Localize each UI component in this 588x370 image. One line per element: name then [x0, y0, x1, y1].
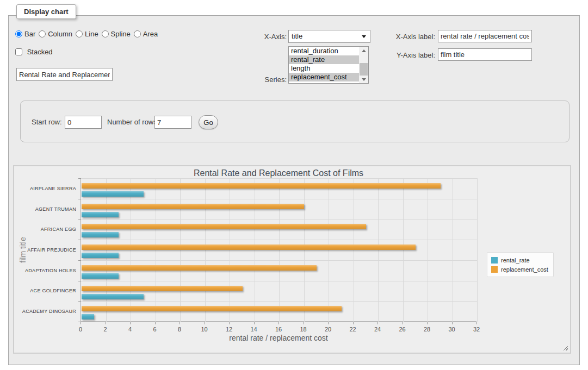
bar-replacement_cost[interactable] [82, 265, 317, 271]
x-grid-line [453, 178, 453, 322]
category-grid-line [81, 301, 477, 302]
bar-replacement_cost[interactable] [82, 286, 243, 291]
y-axis-tick [78, 322, 81, 322]
category-grid-line [81, 178, 477, 179]
bar-replacement_cost[interactable] [82, 183, 441, 189]
chart-legend: rental_ratereplacement_cost [487, 252, 554, 277]
x-axis-tick [130, 322, 131, 324]
bar-rental_rate[interactable] [82, 273, 119, 279]
category-label: AGENT TRUMAN [15, 206, 76, 212]
chart-type-option-spline[interactable]: Spline [102, 30, 131, 38]
category-label: AFRICAN EGG [15, 227, 76, 232]
category-grid-line [81, 260, 477, 261]
x-tick-label: 26 [394, 326, 411, 333]
legend-swatch-rental_rate [491, 257, 498, 264]
chart-type-radio-area[interactable] [134, 30, 141, 37]
stacked-checkbox[interactable] [15, 48, 22, 55]
category-label: AIRPLANE SIERRA [15, 186, 76, 191]
scroll-up-button[interactable] [359, 47, 368, 54]
bar-replacement_cost[interactable] [82, 244, 416, 250]
bar-rental_rate[interactable] [82, 294, 144, 299]
plot-area [81, 178, 476, 322]
legend-item-rental_rate[interactable]: rental_rate [491, 255, 548, 265]
x-axis-tick [353, 322, 354, 324]
series-scrollbar[interactable] [359, 47, 368, 83]
y-axis-tick [78, 260, 81, 261]
chart-title: Rental Rate and Replacement Cost of Film… [81, 168, 476, 178]
category-grid-line [81, 199, 477, 199]
x-axis-tick [180, 322, 180, 324]
bar-rental_rate[interactable] [82, 253, 119, 258]
x-axis-tick [106, 322, 106, 324]
legend-item-replacement_cost[interactable]: replacement_cost [491, 265, 548, 274]
panel-title: Display chart [16, 4, 76, 19]
category-grid-line [81, 281, 477, 281]
chart-title-input[interactable] [16, 68, 113, 81]
chart-type-option-bar[interactable]: Bar [15, 30, 35, 38]
y-axis-tick [78, 178, 81, 179]
x-axis-tick [155, 322, 156, 324]
y-axis-tick [78, 240, 81, 240]
series-option-rental_rate[interactable]: rental_rate [289, 55, 359, 64]
x-tick-label: 20 [320, 326, 336, 333]
chart-type-option-label: Line [85, 30, 98, 38]
category-label: ACE GOLDFINGER [15, 288, 76, 293]
bar-replacement_cost[interactable] [82, 306, 342, 311]
display-chart-panel: Display chart BarColumnLineSplineArea St… [8, 15, 580, 365]
scroll-up-icon [362, 49, 366, 52]
x-axis-selected-value: title [292, 32, 302, 40]
x-axis-label-field-label: X-Axis label: [374, 33, 435, 41]
stacked-option[interactable]: Stacked [15, 48, 53, 56]
scrollbar-thumb[interactable] [360, 63, 368, 76]
x-axis-tick [81, 322, 81, 324]
y-axis-tick [78, 301, 81, 302]
category-label: AFFAIR PREJUDICE [15, 247, 76, 253]
x-tick-label: 32 [468, 326, 485, 333]
bar-replacement_cost[interactable] [82, 204, 304, 209]
x-axis-tick [476, 322, 477, 324]
chart-type-option-label: Column [48, 30, 72, 38]
x-tick-label: 24 [369, 326, 386, 333]
chart-type-option-area[interactable]: Area [134, 30, 158, 38]
bar-rental_rate[interactable] [82, 314, 94, 319]
chart-type-radio-bar[interactable] [15, 30, 22, 37]
row-controls-panel: Start row: Number of rows: Go [20, 101, 570, 142]
x-tick-label: 14 [246, 326, 262, 333]
x-axis-select[interactable]: title [288, 30, 370, 43]
x-axis-label-input[interactable] [438, 30, 532, 42]
series-option-replacement_cost[interactable]: replacement_cost [289, 73, 359, 81]
chart-type-option-column[interactable]: Column [39, 30, 72, 38]
start-row-input[interactable] [65, 116, 102, 129]
x-axis-tick [403, 322, 403, 324]
resize-handle-icon[interactable] [562, 344, 568, 350]
y-axis-label-field-label: Y-Axis label: [374, 51, 435, 59]
x-tick-label: 6 [147, 326, 163, 333]
stacked-label: Stacked [27, 48, 53, 56]
x-axis-title: rental rate / replacement cost [81, 334, 476, 342]
chart-type-radio-column[interactable] [39, 30, 46, 37]
y-axis-tick [78, 219, 81, 220]
scroll-down-button[interactable] [359, 76, 368, 83]
series-listbox[interactable]: rental_durationrental_ratelengthreplacem… [288, 46, 369, 84]
number-of-rows-input[interactable] [154, 116, 191, 129]
x-axis-tick [452, 322, 453, 324]
x-axis-tick [205, 322, 205, 324]
bar-rental_rate[interactable] [82, 212, 119, 217]
chart-type-radio-spline[interactable] [102, 30, 109, 37]
scroll-down-icon [362, 78, 366, 81]
x-tick-label: 22 [345, 326, 361, 333]
bar-rental_rate[interactable] [82, 232, 119, 237]
series-option-length[interactable]: length [289, 64, 359, 73]
x-axis-tick [304, 322, 304, 324]
start-row-label: Start row: [32, 118, 62, 126]
page: Display chart BarColumnLineSplineArea St… [0, 0, 588, 370]
go-button[interactable]: Go [199, 115, 218, 129]
chart-type-radio-line[interactable] [76, 30, 83, 37]
bar-replacement_cost[interactable] [82, 224, 366, 229]
dropdown-arrow-icon [362, 35, 366, 38]
chart-type-option-label: Bar [24, 30, 35, 38]
chart-type-option-line[interactable]: Line [76, 30, 98, 38]
series-option-rental_duration[interactable]: rental_duration [289, 47, 359, 55]
y-axis-label-input[interactable] [438, 48, 532, 61]
bar-rental_rate[interactable] [82, 191, 144, 197]
